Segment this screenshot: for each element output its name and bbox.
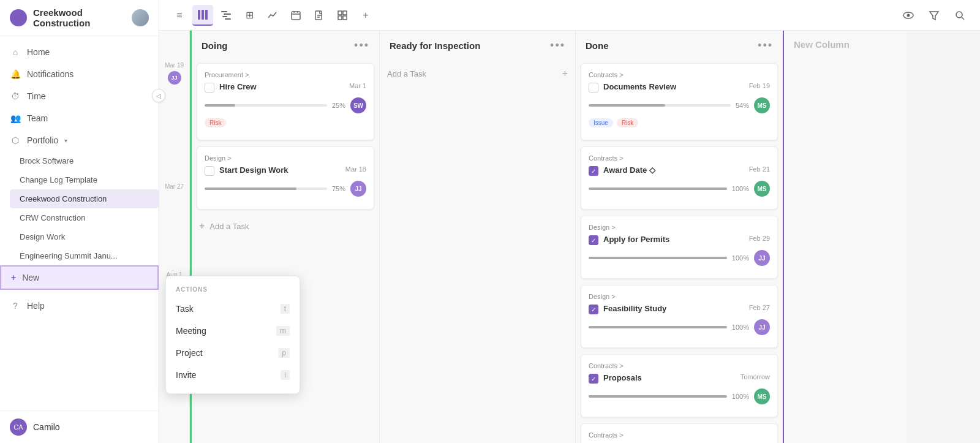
sidebar-nav: ⌂ Home 🔔 Notifications ⏱ Time 👥 Team ⬡ P… xyxy=(0,36,159,411)
action-project-shortcut: p xyxy=(278,348,290,358)
portfolio-item-changelog[interactable]: Change Log Template xyxy=(10,170,159,189)
start-design-avatar: JJ xyxy=(350,181,366,197)
svg-marker-20 xyxy=(930,12,938,20)
feasibility-name: Feasibility Study xyxy=(603,304,744,313)
toolbar-right xyxy=(898,5,970,26)
start-design-meta: Design > xyxy=(205,154,366,162)
sidebar-item-time[interactable]: ⏱ Time xyxy=(0,85,159,107)
docs-review-date: Feb 19 xyxy=(749,82,770,89)
task-bid-date[interactable]: Contracts > ✓ Bid Date Feb 20 100% MS xyxy=(581,423,778,443)
header-avatar[interactable] xyxy=(132,9,149,26)
apply-permits-meta: Design > xyxy=(589,224,770,231)
portfolio-item-crw[interactable]: CRW Construction xyxy=(10,208,159,227)
toolbar-gantt-btn[interactable] xyxy=(216,5,236,26)
action-meeting[interactable]: Meeting m xyxy=(166,320,300,342)
toolbar-file-btn[interactable] xyxy=(309,5,330,26)
toolbar-add-btn[interactable]: + xyxy=(355,5,376,26)
ready-col-menu[interactable]: ••• xyxy=(550,39,565,52)
feasibility-checkbox[interactable]: ✓ xyxy=(589,305,598,314)
toolbar-calendar-btn[interactable] xyxy=(285,5,306,26)
portfolio-item-design[interactable]: Design Work xyxy=(10,227,159,246)
start-design-checkbox[interactable] xyxy=(205,166,214,176)
proposals-date: Tomorrow xyxy=(741,373,770,381)
hire-crew-meta: Procurement > xyxy=(205,71,366,78)
action-invite[interactable]: Invite i xyxy=(166,364,300,386)
docs-review-risk-tag: Risk xyxy=(617,118,638,127)
home-icon: ⌂ xyxy=(10,47,21,57)
award-date-name: Award Date ◇ xyxy=(603,165,744,175)
search-icon[interactable] xyxy=(949,5,970,26)
portfolio-icon: ⬡ xyxy=(10,135,21,145)
collapse-arrow[interactable]: ◁ xyxy=(152,89,165,102)
portfolio-item-brock[interactable]: Brock Software xyxy=(10,151,159,170)
sidebar-item-team[interactable]: 👥 Team xyxy=(0,107,159,129)
portfolio-item-engineering[interactable]: Engineering Summit Janu... xyxy=(10,246,159,265)
eye-icon[interactable] xyxy=(898,5,919,26)
hire-crew-checkbox[interactable] xyxy=(205,83,214,93)
action-meeting-shortcut: m xyxy=(276,326,290,336)
award-date-date: Feb 21 xyxy=(749,165,770,173)
task-hire-crew[interactable]: Procurement > Hire Crew Mar 1 25% SW xyxy=(197,63,374,140)
action-invite-shortcut: i xyxy=(281,370,290,380)
portfolio-item-creekwood[interactable]: Creekwood Construction xyxy=(10,189,159,208)
docs-review-header: Documents Review Feb 19 xyxy=(589,82,770,93)
doing-add-task[interactable]: + Add a Task xyxy=(197,216,374,237)
bid-date-meta: Contracts > xyxy=(589,431,770,439)
user-name: Camilo xyxy=(33,422,60,432)
sidebar-item-notifications[interactable]: 🔔 Notifications xyxy=(0,63,159,85)
docs-review-checkbox[interactable] xyxy=(589,83,598,93)
docs-review-avatar: MS xyxy=(754,97,770,113)
done-col-content: Contracts > Documents Review Feb 19 54% … xyxy=(576,58,783,443)
portfolio-arrow: ▾ xyxy=(64,137,67,144)
new-col[interactable]: New Column xyxy=(784,31,907,443)
new-item-button[interactable]: + New xyxy=(0,265,159,290)
toolbar-chart-btn[interactable] xyxy=(262,5,283,26)
hire-crew-risk-tag: Risk xyxy=(205,118,226,127)
portfolio-header[interactable]: ⬡ Portfolio ▾ xyxy=(0,129,159,151)
svg-rect-4 xyxy=(224,13,231,15)
ready-col-title: Ready for Inspection xyxy=(390,40,480,51)
action-project[interactable]: Project p xyxy=(166,342,300,364)
docs-review-name: Documents Review xyxy=(603,82,744,91)
award-date-checkbox[interactable]: ✓ xyxy=(589,166,598,176)
doing-col-title: Doing xyxy=(202,40,228,51)
feasibility-meta: Design > xyxy=(589,293,770,300)
user-avatar[interactable]: CA xyxy=(10,418,27,436)
toolbar-list-btn[interactable]: ≡ xyxy=(169,5,190,26)
svg-rect-14 xyxy=(338,11,342,15)
filter-icon[interactable] xyxy=(924,5,944,26)
feasibility-date: Feb 27 xyxy=(749,304,770,311)
svg-rect-1 xyxy=(202,10,204,20)
sidebar-item-help[interactable]: ? Help xyxy=(0,295,159,317)
svg-rect-0 xyxy=(198,10,200,20)
task-award-date[interactable]: Contracts > ✓ Award Date ◇ Feb 21 100% M… xyxy=(581,146,778,210)
svg-rect-3 xyxy=(221,11,227,12)
doing-col-menu[interactable]: ••• xyxy=(354,39,369,52)
action-task[interactable]: Task t xyxy=(166,298,300,320)
done-col-menu[interactable]: ••• xyxy=(758,39,773,52)
apply-permits-date: Feb 29 xyxy=(749,235,770,242)
actions-label: ACTIONS xyxy=(166,284,300,298)
portfolio-section: ⬡ Portfolio ▾ Brock Software Change Log … xyxy=(0,129,159,265)
task-start-design[interactable]: Design > Start Design Work Mar 18 75% JJ xyxy=(197,146,374,210)
hire-crew-avatar: SW xyxy=(350,97,366,113)
task-proposals[interactable]: Contracts > ✓ Proposals Tomorrow 100% MS xyxy=(581,354,778,417)
toolbar-board-btn[interactable] xyxy=(192,5,213,26)
ready-add-task[interactable]: Add a Task + xyxy=(385,63,570,84)
action-invite-label: Invite xyxy=(176,370,196,380)
task-docs-review[interactable]: Contracts > Documents Review Feb 19 54% … xyxy=(581,63,778,140)
task-apply-permits[interactable]: Design > ✓ Apply for Permits Feb 29 100%… xyxy=(581,216,778,279)
done-col-header: Done ••• xyxy=(576,31,783,58)
action-meeting-label: Meeting xyxy=(176,326,206,336)
sidebar-item-home[interactable]: ⌂ Home xyxy=(0,41,159,63)
proposals-checkbox[interactable]: ✓ xyxy=(589,374,598,384)
team-icon: 👥 xyxy=(10,113,21,123)
task-feasibility[interactable]: Design > ✓ Feasibility Study Feb 27 100%… xyxy=(581,285,778,348)
ready-add-task-icon: + xyxy=(562,68,568,79)
toolbar-layout-btn[interactable] xyxy=(332,5,353,26)
toolbar-table-btn[interactable]: ⊞ xyxy=(239,5,260,26)
start-design-date: Mar 18 xyxy=(345,165,366,173)
time-icon: ⏱ xyxy=(10,91,21,101)
apply-permits-checkbox[interactable]: ✓ xyxy=(589,235,598,245)
action-task-shortcut: t xyxy=(281,304,290,314)
